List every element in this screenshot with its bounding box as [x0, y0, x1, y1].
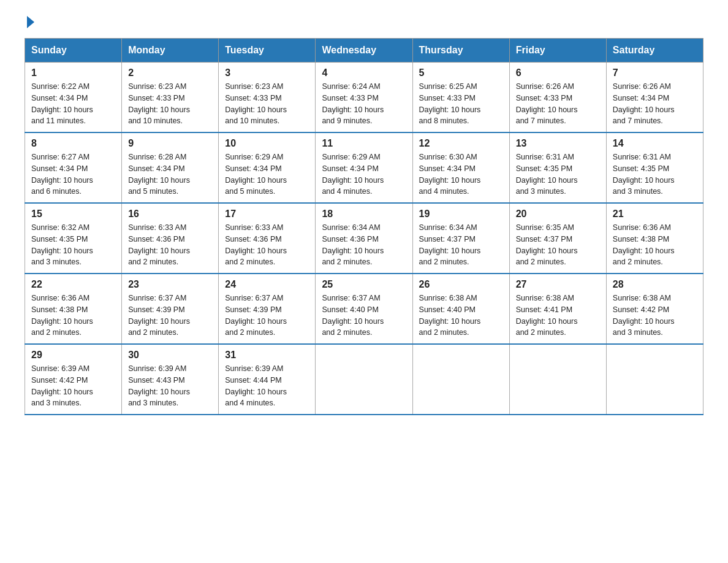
- day-info: Sunrise: 6:24 AMSunset: 4:33 PMDaylight:…: [322, 81, 406, 127]
- calendar-day-cell: 13 Sunrise: 6:31 AMSunset: 4:35 PMDaylig…: [509, 132, 606, 203]
- day-number: 3: [225, 67, 309, 79]
- calendar-day-cell: 29 Sunrise: 6:39 AMSunset: 4:42 PMDaylig…: [25, 344, 122, 415]
- day-info: Sunrise: 6:26 AMSunset: 4:34 PMDaylight:…: [613, 81, 697, 127]
- day-info: Sunrise: 6:38 AMSunset: 4:41 PMDaylight:…: [516, 293, 600, 339]
- day-info: Sunrise: 6:38 AMSunset: 4:40 PMDaylight:…: [419, 293, 503, 339]
- calendar-day-cell: 18 Sunrise: 6:34 AMSunset: 4:36 PMDaylig…: [316, 203, 412, 274]
- calendar-day-cell: 16 Sunrise: 6:33 AMSunset: 4:36 PMDaylig…: [122, 203, 219, 274]
- calendar-day-cell: 10 Sunrise: 6:29 AMSunset: 4:34 PMDaylig…: [219, 132, 316, 203]
- day-info: Sunrise: 6:34 AMSunset: 4:37 PMDaylight:…: [419, 222, 503, 268]
- calendar-day-cell: 4 Sunrise: 6:24 AMSunset: 4:33 PMDayligh…: [316, 63, 412, 133]
- day-info: Sunrise: 6:32 AMSunset: 4:35 PMDaylight:…: [31, 222, 115, 268]
- day-number: 21: [613, 209, 697, 220]
- day-number: 22: [31, 279, 115, 290]
- day-number: 25: [322, 279, 406, 290]
- weekday-header-row: SundayMondayTuesdayWednesdayThursdayFrid…: [25, 39, 703, 63]
- calendar-table: SundayMondayTuesdayWednesdayThursdayFrid…: [25, 38, 703, 415]
- day-info: Sunrise: 6:39 AMSunset: 4:44 PMDaylight:…: [225, 363, 309, 409]
- day-number: 26: [419, 279, 503, 290]
- day-number: 16: [128, 209, 212, 220]
- calendar-day-cell: [412, 344, 509, 415]
- day-info: Sunrise: 6:37 AMSunset: 4:40 PMDaylight:…: [322, 293, 406, 339]
- weekday-header-tuesday: Tuesday: [219, 39, 316, 63]
- day-info: Sunrise: 6:36 AMSunset: 4:38 PMDaylight:…: [31, 293, 115, 339]
- calendar-week-row: 1 Sunrise: 6:22 AMSunset: 4:34 PMDayligh…: [25, 63, 703, 133]
- day-number: 5: [419, 67, 503, 79]
- day-number: 13: [516, 138, 600, 149]
- weekday-header-friday: Friday: [509, 39, 606, 63]
- day-info: Sunrise: 6:26 AMSunset: 4:33 PMDaylight:…: [516, 81, 600, 127]
- weekday-header-saturday: Saturday: [606, 39, 703, 63]
- day-info: Sunrise: 6:30 AMSunset: 4:34 PMDaylight:…: [419, 151, 503, 197]
- calendar-day-cell: 14 Sunrise: 6:31 AMSunset: 4:35 PMDaylig…: [606, 132, 703, 203]
- calendar-day-cell: [606, 344, 703, 415]
- calendar-day-cell: [316, 344, 412, 415]
- day-number: 29: [31, 350, 115, 361]
- day-number: 7: [613, 67, 697, 79]
- day-number: 11: [322, 138, 406, 149]
- day-number: 19: [419, 209, 503, 220]
- calendar-week-row: 8 Sunrise: 6:27 AMSunset: 4:34 PMDayligh…: [25, 132, 703, 203]
- weekday-header-monday: Monday: [122, 39, 219, 63]
- day-number: 6: [516, 67, 600, 79]
- day-number: 27: [516, 279, 600, 290]
- calendar-day-cell: 23 Sunrise: 6:37 AMSunset: 4:39 PMDaylig…: [122, 274, 219, 344]
- day-number: 9: [128, 138, 212, 149]
- day-number: 4: [322, 67, 406, 79]
- day-info: Sunrise: 6:39 AMSunset: 4:43 PMDaylight:…: [128, 363, 212, 409]
- calendar-day-cell: 19 Sunrise: 6:34 AMSunset: 4:37 PMDaylig…: [412, 203, 509, 274]
- day-number: 18: [322, 209, 406, 220]
- calendar-day-cell: 30 Sunrise: 6:39 AMSunset: 4:43 PMDaylig…: [122, 344, 219, 415]
- calendar-day-cell: 5 Sunrise: 6:25 AMSunset: 4:33 PMDayligh…: [412, 63, 509, 133]
- day-info: Sunrise: 6:23 AMSunset: 4:33 PMDaylight:…: [225, 81, 309, 127]
- calendar-day-cell: 8 Sunrise: 6:27 AMSunset: 4:34 PMDayligh…: [25, 132, 122, 203]
- day-info: Sunrise: 6:33 AMSunset: 4:36 PMDaylight:…: [128, 222, 212, 268]
- calendar-day-cell: 17 Sunrise: 6:33 AMSunset: 4:36 PMDaylig…: [219, 203, 316, 274]
- day-number: 8: [31, 138, 115, 149]
- page-header: [25, 18, 703, 26]
- calendar-day-cell: 25 Sunrise: 6:37 AMSunset: 4:40 PMDaylig…: [316, 274, 412, 344]
- calendar-day-cell: 12 Sunrise: 6:30 AMSunset: 4:34 PMDaylig…: [412, 132, 509, 203]
- day-info: Sunrise: 6:34 AMSunset: 4:36 PMDaylight:…: [322, 222, 406, 268]
- day-number: 20: [516, 209, 600, 220]
- weekday-header-wednesday: Wednesday: [316, 39, 412, 63]
- day-info: Sunrise: 6:35 AMSunset: 4:37 PMDaylight:…: [516, 222, 600, 268]
- day-info: Sunrise: 6:37 AMSunset: 4:39 PMDaylight:…: [225, 293, 309, 339]
- calendar-day-cell: 22 Sunrise: 6:36 AMSunset: 4:38 PMDaylig…: [25, 274, 122, 344]
- day-number: 2: [128, 67, 212, 79]
- day-number: 17: [225, 209, 309, 220]
- calendar-day-cell: 20 Sunrise: 6:35 AMSunset: 4:37 PMDaylig…: [509, 203, 606, 274]
- day-number: 23: [128, 279, 212, 290]
- calendar-day-cell: 31 Sunrise: 6:39 AMSunset: 4:44 PMDaylig…: [219, 344, 316, 415]
- day-info: Sunrise: 6:33 AMSunset: 4:36 PMDaylight:…: [225, 222, 309, 268]
- day-number: 14: [613, 138, 697, 149]
- day-info: Sunrise: 6:22 AMSunset: 4:34 PMDaylight:…: [31, 81, 115, 127]
- logo: [25, 18, 34, 26]
- calendar-day-cell: 1 Sunrise: 6:22 AMSunset: 4:34 PMDayligh…: [25, 63, 122, 133]
- calendar-day-cell: 9 Sunrise: 6:28 AMSunset: 4:34 PMDayligh…: [122, 132, 219, 203]
- day-info: Sunrise: 6:31 AMSunset: 4:35 PMDaylight:…: [516, 151, 600, 197]
- day-number: 28: [613, 279, 697, 290]
- calendar-day-cell: 3 Sunrise: 6:23 AMSunset: 4:33 PMDayligh…: [219, 63, 316, 133]
- calendar-day-cell: 15 Sunrise: 6:32 AMSunset: 4:35 PMDaylig…: [25, 203, 122, 274]
- day-number: 1: [31, 67, 115, 79]
- calendar-week-row: 22 Sunrise: 6:36 AMSunset: 4:38 PMDaylig…: [25, 274, 703, 344]
- day-number: 30: [128, 350, 212, 361]
- day-number: 12: [419, 138, 503, 149]
- calendar-day-cell: 27 Sunrise: 6:38 AMSunset: 4:41 PMDaylig…: [509, 274, 606, 344]
- calendar-week-row: 15 Sunrise: 6:32 AMSunset: 4:35 PMDaylig…: [25, 203, 703, 274]
- day-info: Sunrise: 6:29 AMSunset: 4:34 PMDaylight:…: [322, 151, 406, 197]
- calendar-day-cell: 6 Sunrise: 6:26 AMSunset: 4:33 PMDayligh…: [509, 63, 606, 133]
- day-info: Sunrise: 6:25 AMSunset: 4:33 PMDaylight:…: [419, 81, 503, 127]
- day-number: 31: [225, 350, 309, 361]
- day-info: Sunrise: 6:31 AMSunset: 4:35 PMDaylight:…: [613, 151, 697, 197]
- calendar-week-row: 29 Sunrise: 6:39 AMSunset: 4:42 PMDaylig…: [25, 344, 703, 415]
- calendar-day-cell: 11 Sunrise: 6:29 AMSunset: 4:34 PMDaylig…: [316, 132, 412, 203]
- day-info: Sunrise: 6:39 AMSunset: 4:42 PMDaylight:…: [31, 363, 115, 409]
- day-info: Sunrise: 6:28 AMSunset: 4:34 PMDaylight:…: [128, 151, 212, 197]
- day-number: 10: [225, 138, 309, 149]
- calendar-day-cell: 24 Sunrise: 6:37 AMSunset: 4:39 PMDaylig…: [219, 274, 316, 344]
- weekday-header-thursday: Thursday: [412, 39, 509, 63]
- day-info: Sunrise: 6:38 AMSunset: 4:42 PMDaylight:…: [613, 293, 697, 339]
- calendar-day-cell: [509, 344, 606, 415]
